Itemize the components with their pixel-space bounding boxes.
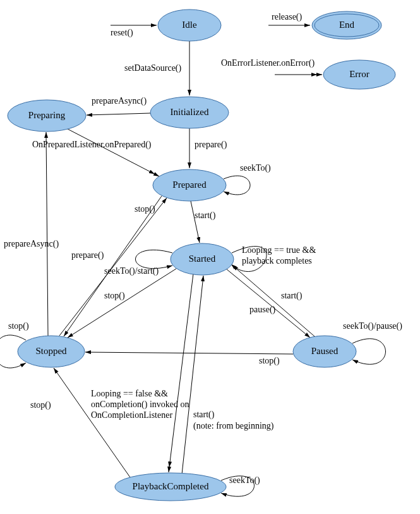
state-label-paused: Paused [311, 346, 339, 356]
edge-started-stop [68, 269, 176, 338]
state-preparing: Preparing [8, 100, 86, 132]
state-label-end: End [339, 20, 355, 30]
state-paused: Paused [293, 336, 356, 367]
edge-label-23: OnCompletionListener [91, 410, 172, 420]
state-label-started: Started [189, 254, 216, 264]
edge-label-3: setDataSource() [124, 63, 182, 73]
state-label-preparing: Preparing [28, 110, 66, 120]
state-error: Error [323, 60, 395, 89]
state-label-initialized: Initialized [171, 107, 209, 117]
edge-label-27: seekTo() [229, 475, 260, 486]
edge-label-13: stop() [104, 291, 125, 301]
state-label-prepared: Prepared [172, 180, 207, 190]
edge-paused-stop [85, 352, 293, 354]
state-label-error: Error [349, 69, 369, 79]
state-label-idle: Idle [182, 20, 197, 30]
edge-label-22: onCompletion() invoked on [91, 400, 189, 410]
state-end: End [312, 11, 381, 39]
edge-init-prepareasync [87, 113, 150, 115]
edge-label-10: Looping == true && [242, 245, 316, 255]
edge-label-11: playback completes [242, 256, 312, 266]
edge-prepared-start [191, 201, 200, 243]
edge-label-12: seekTo()/start() [104, 266, 159, 276]
edge-stopped-prepareasync [46, 132, 48, 336]
edge-label-17: prepare() [71, 250, 104, 260]
edge-started-playbackcompleted [169, 274, 193, 472]
edge-prepared-seekto [224, 176, 250, 195]
edge-label-16: seekTo()/pause() [343, 321, 402, 331]
edge-label-20: stop() [259, 356, 280, 366]
edge-label-4: prepareAsync() [92, 96, 147, 106]
state-label-playbackcompleted: PlaybackCompleted [133, 481, 209, 491]
edge-label-0: reset() [111, 28, 133, 38]
edge-started-pause [227, 269, 310, 338]
edge-label-8: start() [195, 211, 216, 221]
edge-label-2: OnErrorListener.onError() [221, 58, 315, 68]
edge-label-24: start() [193, 410, 215, 420]
state-playbackcompleted: PlaybackCompleted [115, 473, 226, 501]
edge-label-18: prepareAsync() [4, 239, 59, 249]
state-label-stopped: Stopped [35, 346, 67, 356]
edge-label-26: stop() [30, 400, 51, 410]
edge-label-21: Looping == false && [91, 389, 168, 398]
edge-label-15: pause() [249, 305, 276, 315]
edge-label-9: stop() [135, 204, 155, 214]
edge-label-14: start() [281, 291, 303, 301]
edge-onprepared [68, 129, 159, 176]
edge-playbackcompleted-stop [54, 368, 130, 477]
edge-label-1: release() [272, 12, 303, 22]
edge-playbackcompleted-start [182, 276, 203, 474]
state-idle: Idle [158, 9, 221, 41]
edge-paused-start [231, 264, 315, 336]
edge-label-19: stop() [8, 321, 29, 331]
edge-paused-seekto [352, 339, 386, 365]
edge-label-7: seekTo() [240, 163, 271, 173]
edge-label-5: prepare() [195, 140, 227, 150]
state-started: Started [171, 243, 234, 275]
state-prepared: Prepared [153, 169, 226, 201]
state-stopped: Stopped [18, 336, 85, 367]
edge-label-6: OnPreparedListener.onPrepared() [32, 140, 152, 150]
edge-label-25: (note: from beginning) [193, 421, 274, 431]
state-initialized: Initialized [150, 97, 229, 128]
